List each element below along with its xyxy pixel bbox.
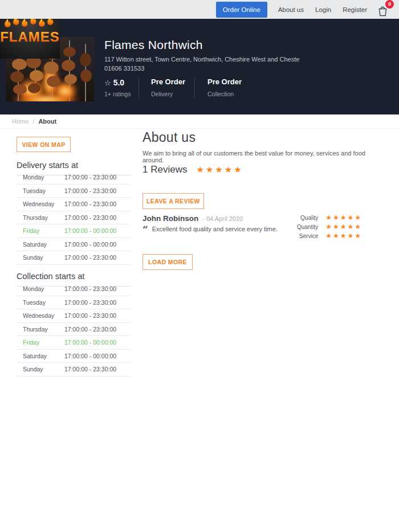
preorder-collection-subtitle: Collection [207,91,234,97]
star-rating-icons: ★★★★★ [196,165,243,175]
star-rating-icons: ★★★★★ [325,223,362,231]
star-rating-icons: ★★★★★ [325,232,362,240]
table-row: Thursday17:00:00 - 23:30:00 [17,323,131,337]
page-title: About us [142,130,196,145]
nav-link-register[interactable]: Register [343,6,367,13]
restaurant-name: Flames Northwich [104,38,203,52]
order-online-button[interactable]: Order Online [216,2,267,18]
breadcrumb-separator: / [32,118,34,125]
rating-count: 1+ ratings [104,91,131,97]
review-text: Excellent food quality and service every… [152,226,278,232]
rating-row-quantity: Quantity ★★★★★ [279,222,362,231]
header-divider [139,78,139,97]
restaurant-header: FLAMES [0,19,399,114]
table-row: Saturday17:00:00 - 00:00:00 [17,238,131,252]
table-row: Sunday17:00:00 - 23:30:00 [17,363,131,377]
table-row: Thursday17:00:00 - 23:30:00 [17,211,131,225]
leave-review-button[interactable]: LEAVE A REVIEW [142,193,204,209]
reviews-header: 1 Reviews ★★★★★ [142,164,243,175]
header-divider [194,78,195,97]
review-date: - 04 April 2020 [202,215,243,222]
about-description: We aim to bring all of our customers the… [142,150,379,163]
cart-count-badge: 0 [385,0,394,9]
preorder-delivery-subtitle: Delivery [151,91,173,97]
quote-icon: “ [142,226,148,234]
preorder-delivery-title: Pre Order [151,77,185,86]
top-nav-bar: Order Online About us Login Register 0 [0,0,399,19]
collection-hours-table: Monday17:00:00 - 23:30:00 Tuesday17:00:0… [17,283,131,377]
star-outline-icon: ☆ [104,79,111,87]
load-more-button[interactable]: LOAD MORE [142,254,193,270]
nav-link-login[interactable]: Login [315,6,331,13]
table-row-today: Friday17:00:00 - 00:00:00 [17,224,131,238]
view-on-map-button[interactable]: VIEW ON MAP [17,137,71,152]
review-rating-breakdown: Quality ★★★★★ Quantity ★★★★★ Service ★★★… [279,213,362,240]
reviews-count-title: 1 Reviews [142,164,187,175]
table-row: Saturday17:00:00 - 00:00:00 [17,350,131,363]
rating-row-service: Service ★★★★★ [279,231,362,240]
breadcrumb-current: About [38,118,56,125]
breadcrumb-home-link[interactable]: Home [12,118,28,125]
table-row: Wednesday17:00:00 - 23:30:00 [17,198,131,211]
table-row: Monday17:00:00 - 23:30:00 [17,283,131,296]
table-row: Wednesday17:00:00 - 23:30:00 [17,309,131,323]
restaurant-phone: 01606 331533 [104,65,144,72]
logo-text: FLAMES [0,29,60,44]
table-row: Sunday17:00:00 - 23:30:00 [17,251,131,265]
rating-row-quality: Quality ★★★★★ [279,213,362,222]
table-row: Tuesday17:00:00 - 23:30:00 [17,185,131,198]
table-row-today: Friday17:00:00 - 00:00:00 [17,336,131,350]
review-item-header: John Robinson - 04 April 2020 [142,214,243,223]
table-row: Monday17:00:00 - 23:30:00 [17,171,131,185]
page: Order Online About us Login Register 0 [0,0,399,532]
breadcrumb: Home / About [0,114,399,129]
reviewer-name: John Robinson [142,214,198,223]
star-rating-icons: ★★★★★ [325,214,362,222]
rating-score: ☆5.0 [104,78,124,87]
nav-link-about-us[interactable]: About us [278,6,304,13]
review-body: “ Excellent food quality and service eve… [142,226,278,234]
preorder-collection-title: Pre Order [207,77,242,86]
table-row: Tuesday17:00:00 - 23:30:00 [17,296,131,310]
cart-button[interactable]: 0 [377,3,390,17]
delivery-hours-table: Monday17:00:00 - 23:30:00 Tuesday17:00:0… [17,171,131,265]
restaurant-address: 117 Witton street, Town Centre, Northwic… [104,56,299,63]
